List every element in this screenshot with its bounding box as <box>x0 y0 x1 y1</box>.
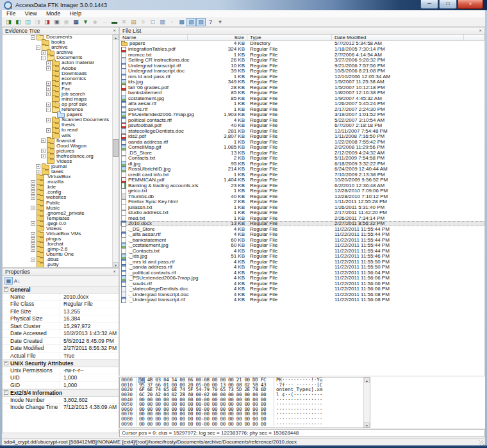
tree-item[interactable]: economics <box>3 76 119 81</box>
file-row[interactable]: geico.txt1 KBRegular File12/28/2010 7:09… <box>120 188 484 194</box>
sort-az-icon[interactable]: A↓ <box>13 277 21 285</box>
maximize-button[interactable]: □ <box>439 0 457 9</box>
tree-item[interactable]: mind maps <box>3 97 119 102</box>
file-row[interactable]: ._Undergrad transcript.rtf4 KBRegular Fi… <box>120 297 484 303</box>
tree-item[interactable]: +acton material <box>3 60 119 65</box>
file-row[interactable]: ._ids.jpg51 KBRegular File11/22/2011 11:… <box>120 254 484 260</box>
file-row[interactable]: political contacts.rtf4 KBRegular File5/… <box>120 117 484 123</box>
resize-grip[interactable] <box>479 440 484 445</box>
tree-expand-icon[interactable]: + <box>31 232 35 236</box>
file-row[interactable]: CornellMap.gif1,085 KBRegular File2/2/20… <box>120 145 484 151</box>
file-row[interactable]: dl.jpg95 KBRegular File6/18/2009 3:32:22… <box>120 161 484 167</box>
file-row[interactable]: PEMMICAN.pdf1,404 KBRegular File10/20/20… <box>120 178 484 183</box>
tree-item[interactable]: +Scanned Documents <box>3 117 119 122</box>
tree-expand-icon[interactable]: + <box>41 149 45 153</box>
viewer-mode-text-icon[interactable]: ▨ <box>186 18 196 26</box>
properties-close-icon[interactable]: × <box>113 269 116 274</box>
image-mounting-icon[interactable]: ◫ <box>23 18 33 26</box>
obtain-protected-files-icon[interactable]: ▼ <box>81 18 90 26</box>
tree-collapse-icon[interactable]: − <box>31 35 35 40</box>
section-collapse-icon[interactable]: − <box>4 361 8 365</box>
menu-item-help[interactable]: Help <box>65 10 86 17</box>
categorized-view-icon[interactable]: ▦ <box>4 277 13 285</box>
file-row[interactable]: Undergrad transcript.doc39 KBRegular Fil… <box>120 69 484 74</box>
file-row[interactable]: ._oanda address.rtf4 KBRegular File11/22… <box>120 265 484 270</box>
add-evidence-item-icon[interactable]: ◨ <box>4 18 13 26</box>
tree-expand-icon[interactable]: + <box>31 195 35 200</box>
file-row[interactable]: med.txt1 KBRegular File2/26/2011 7:34:14… <box>120 215 484 221</box>
tree-expand-icon[interactable]: + <box>31 180 35 185</box>
file-row[interactable]: Banking & trading accounts.xls23 KBRegul… <box>120 183 484 188</box>
tree-expand-icon[interactable]: + <box>31 242 35 247</box>
file-row[interactable]: ._mrs id and pass.rtf4 KBRegular File11/… <box>120 259 484 265</box>
evidence-tree-scrollbar[interactable]: ▲ ▼ <box>112 35 119 267</box>
menu-item-file[interactable]: File <box>2 10 21 17</box>
export-file-hash-list-icon[interactable]: ▤ <box>129 18 138 26</box>
tree-item[interactable]: +to read <box>3 128 119 133</box>
tree-expand-icon[interactable]: + <box>46 87 51 91</box>
tree-expand-icon[interactable]: + <box>46 103 51 107</box>
file-row[interactable]: studio address.txt1 KBRegular File2/17/2… <box>120 210 484 216</box>
tree-expand-icon[interactable]: + <box>41 138 45 143</box>
file-row[interactable]: statecollegeDentists.doc281 KBRegular Fi… <box>120 128 484 134</box>
scroll-down-icon[interactable]: ▼ <box>364 422 370 427</box>
file-row[interactable]: psufootball.pdf40 KBRegular File6/7/2007… <box>120 123 484 129</box>
tree-collapse-icon[interactable]: − <box>36 46 40 50</box>
tree-item[interactable]: +Adobe <box>3 65 119 71</box>
menu-item-mode[interactable]: Mode <box>42 10 65 17</box>
tree-expand-icon[interactable]: + <box>36 164 40 169</box>
file-row[interactable]: PSUextended2006-7map.jpg1,903 KBRegular … <box>120 112 484 118</box>
capture-memory-icon[interactable]: ▦ <box>71 18 81 26</box>
section-collapse-icon[interactable]: − <box>4 287 8 292</box>
evidence-tree[interactable]: −Documentsbooks−archive+archive−Document… <box>2 35 119 268</box>
file-row[interactable]: ccstatement.jpg85 KBRegular File1/9/2007… <box>120 95 484 101</box>
tree-expand-icon[interactable]: + <box>31 221 35 226</box>
toolbar-overflow-icon[interactable]: ▾ <box>215 18 225 26</box>
tree-expand-icon[interactable]: + <box>46 61 51 65</box>
tree-item[interactable]: −Documents <box>3 55 119 60</box>
scrollbar-thumb[interactable] <box>113 139 119 157</box>
file-row[interactable]: juliassn.txt1 KBRegular File1/26/2011 5:… <box>120 204 484 210</box>
file-row[interactable]: alfa aesar.rtf1 KBRegular File1/26/2007 … <box>120 101 484 107</box>
tree-item[interactable]: +job search <box>3 92 119 97</box>
file-row[interactable]: RossUlbrichtID.jpg214 KBRegular File6/24… <box>120 167 484 172</box>
viewer-mode-hex-icon[interactable]: ▧ <box>196 18 206 26</box>
column-header-type[interactable]: Type <box>247 35 332 40</box>
help-icon[interactable]: ? <box>206 18 215 26</box>
file-row[interactable]: ids.jpg349 KBRegular File1/5/2007 11:25:… <box>120 79 484 85</box>
new-window-icon[interactable]: □ <box>148 18 158 26</box>
file-row[interactable]: credit card info.txt1 KBRegular File7/10… <box>120 172 484 178</box>
tree-expand-icon[interactable]: + <box>46 92 51 96</box>
file-list-close-icon[interactable]: × <box>479 28 482 33</box>
section-collapse-icon[interactable]: − <box>4 390 8 395</box>
create-disk-image-icon[interactable]: ▣ <box>52 18 62 26</box>
tree-item[interactable]: Downloads <box>3 71 119 76</box>
tree-item[interactable]: +.mozilla <box>3 179 119 185</box>
remove-all-evidence-items-icon[interactable]: ◨ <box>42 18 52 26</box>
key-icon[interactable]: ○ <box>138 18 148 26</box>
tree-item[interactable]: +.dbus <box>3 257 119 262</box>
title-bar[interactable]: AccessData FTK Imager 3.0.0.1443 ─ □ × <box>0 0 487 10</box>
add-all-attached-devices-icon[interactable]: ◧ <box>13 18 23 26</box>
file-row[interactable]: Selling CR instructions.doc26 KBRegular … <box>120 58 484 63</box>
tree-expand-icon[interactable]: + <box>31 185 35 190</box>
tree-expand-icon[interactable]: + <box>46 81 51 86</box>
scroll-down-icon[interactable]: ▼ <box>113 262 119 267</box>
file-row[interactable]: bankstatement85 KBRegular File1/8/2007 1… <box>120 90 484 96</box>
file-row[interactable]: ._alfa aesar.rtf4 KBRegular File11/22/20… <box>120 232 484 238</box>
column-header-date-modified[interactable]: Date Modified <box>332 35 464 40</box>
file-row[interactable]: ._DS_Store4 KBRegular File11/22/2011 11:… <box>120 226 484 232</box>
file-row[interactable]: ids2.pdf3,807 KBRegular File1/11/2008 7:… <box>120 134 484 140</box>
tree-item[interactable]: +websites <box>3 195 119 200</box>
tree-item[interactable]: Ubuntu One <box>3 252 119 257</box>
duplicate-window-icon[interactable]: ▥ <box>158 18 167 26</box>
tree-item[interactable]: Public <box>3 201 119 206</box>
tree-expand-icon[interactable]: + <box>46 66 51 71</box>
tree-item[interactable]: .putty <box>3 262 119 267</box>
hex-scrollbar[interactable]: ▲ ▼ <box>363 377 370 427</box>
scroll-up-icon[interactable]: ▲ <box>113 35 119 40</box>
tree-expand-icon[interactable]: + <box>31 206 35 210</box>
tree-expand-icon[interactable]: + <box>31 247 35 252</box>
property-section-header[interactable]: −UNIX Security Attributes <box>3 360 119 367</box>
close-button[interactable]: × <box>458 0 483 9</box>
